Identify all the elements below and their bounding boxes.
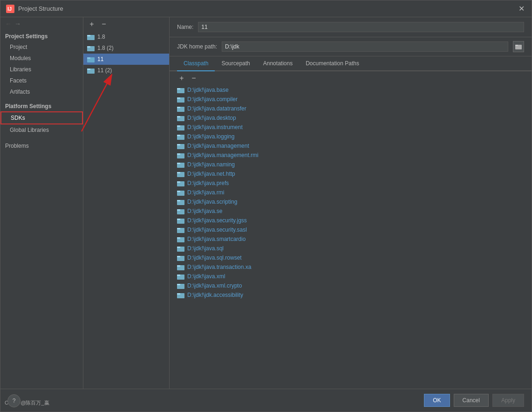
classpath-list-item[interactable]: D:\jdk!\java.se [173,206,528,216]
classpath-list-item[interactable]: D:\jdk!\java.management [173,141,528,151]
close-button[interactable]: ✕ [517,4,526,13]
sidebar-item-facets[interactable]: Facets [0,75,83,86]
sdk-item-11-2[interactable]: 11 (2) [83,65,169,76]
folder-icon [177,115,184,121]
dialog-buttons: CSDN @陈百万_嬴 ? OK Cancel Apply [0,389,532,412]
classpath-item-label: D:\jdk!\java.logging [187,133,234,140]
classpath-list-item[interactable]: D:\jdk!\java.base [173,85,528,95]
classpath-list-item[interactable]: D:\jdk!\jdk.accessibility [173,290,528,300]
forward-arrow[interactable]: → [14,20,21,27]
jdk-home-label: JDK home path: [177,43,217,50]
svg-rect-47 [177,247,180,248]
classpath-list-item[interactable]: D:\jdk!\java.naming [173,160,528,169]
sdk-label: 11 (2) [97,67,112,74]
classpath-list-item[interactable]: D:\jdk!\java.smartcardio [173,234,528,244]
sdk-item-18[interactable]: 1.8 [83,31,169,42]
name-input[interactable] [198,22,524,32]
svg-rect-25 [177,144,180,145]
sdk-list-panel: + − 1.8 1.8 (2) [83,17,170,389]
classpath-list-item[interactable]: D:\jdk!\java.compiler [173,95,528,104]
tab-sourcepath[interactable]: Sourcepath [215,56,256,71]
svg-rect-3 [87,35,90,36]
svg-rect-29 [177,163,180,164]
sidebar: ← → Project Settings Project Modules Lib… [0,17,83,389]
classpath-list-item[interactable]: D:\jdk!\java.desktop [173,113,528,123]
folder-icon [177,171,184,177]
classpath-list-item[interactable]: D:\jdk!\java.security.jgss [173,216,528,225]
classpath-list-item[interactable]: D:\jdk!\java.security.sasl [173,225,528,234]
classpath-list-item[interactable]: D:\jdk!\java.net.http [173,169,528,179]
folder-icon [177,292,184,298]
add-classpath-button[interactable]: + [177,74,186,82]
apply-button[interactable]: Apply [492,394,524,407]
title-bar: IJ Project Structure ✕ [0,0,532,17]
classpath-item-label: D:\jdk!\java.net.http [187,171,235,177]
svg-rect-53 [177,275,180,276]
folder-icon [177,254,184,261]
svg-rect-21 [177,125,180,127]
remove-classpath-button[interactable]: − [189,74,198,82]
classpath-list-item[interactable]: D:\jdk!\java.instrument [173,123,528,132]
sdk-item-18-2[interactable]: 1.8 (2) [83,42,169,54]
classpath-item-label: D:\jdk!\jdk.accessibility [187,292,243,298]
svg-rect-57 [177,293,180,295]
classpath-list-item[interactable]: D:\jdk!\java.xml.crypto [173,281,528,290]
classpath-list-item[interactable]: D:\jdk!\java.management.rmi [173,151,528,160]
tab-classpath[interactable]: Classpath [177,56,215,71]
folder-icon [177,282,184,289]
sidebar-item-problems[interactable]: Problems [0,140,83,151]
browse-folder-button[interactable] [513,41,524,52]
classpath-list-item[interactable]: D:\jdk!\java.prefs [173,179,528,188]
folder-icon [177,199,184,205]
classpath-item-label: D:\jdk!\java.se [187,208,222,214]
add-sdk-button[interactable]: + [87,20,96,28]
classpath-item-label: D:\jdk!\java.management [187,143,249,149]
classpath-item-label: D:\jdk!\java.base [187,87,229,93]
svg-rect-9 [87,69,90,70]
classpath-toolbar: + − [170,71,532,85]
classpath-item-label: D:\jdk!\java.rmi [187,189,224,196]
svg-rect-41 [177,219,180,220]
sdk-toolbar: + − [83,17,169,31]
svg-rect-23 [177,135,180,136]
sidebar-item-sdks[interactable]: SDKs [0,111,83,124]
svg-rect-15 [177,97,180,99]
folder-icon [177,87,184,93]
classpath-list-item[interactable]: D:\jdk!\java.sql [173,244,528,253]
sidebar-item-modules[interactable]: Modules [0,53,83,64]
classpath-list-item[interactable]: D:\jdk!\java.xml [173,272,528,281]
classpath-list-item[interactable]: D:\jdk!\java.sql.rowset [173,253,528,262]
remove-sdk-button[interactable]: − [99,20,109,28]
classpath-list-item[interactable]: D:\jdk!\java.transaction.xa [173,262,528,272]
tab-documentation-paths[interactable]: Documentation Paths [299,56,366,71]
classpath-list-item[interactable]: D:\jdk!\java.rmi [173,188,528,197]
svg-rect-17 [177,107,180,108]
classpath-item-label: D:\jdk!\java.smartcardio [187,236,246,242]
svg-rect-49 [177,256,180,257]
classpath-item-label: D:\jdk!\java.transaction.xa [187,264,251,270]
classpath-item-label: D:\jdk!\java.prefs [187,180,229,186]
help-button[interactable]: ? [7,394,20,407]
tab-annotations[interactable]: Annotations [257,56,299,71]
back-arrow[interactable]: ← [5,20,12,27]
sidebar-item-artifacts[interactable]: Artifacts [0,86,83,97]
classpath-list-item[interactable]: D:\jdk!\java.logging [173,132,528,141]
svg-rect-7 [87,57,90,59]
classpath-list-item[interactable]: D:\jdk!\java.datatransfer [173,104,528,113]
ok-button[interactable]: OK [424,394,450,407]
jdk-home-input[interactable] [222,41,508,52]
classpath-item-label: D:\jdk!\java.security.jgss [187,217,247,224]
folder-icon [177,105,184,112]
classpath-item-label: D:\jdk!\java.naming [187,161,235,168]
classpath-list-item[interactable]: D:\jdk!\java.scripting [173,197,528,206]
sdk-item-11[interactable]: 11 [83,54,169,65]
folder-icon [177,96,184,103]
sidebar-item-libraries[interactable]: Libraries [0,64,83,75]
svg-rect-31 [177,172,180,173]
cancel-button[interactable]: Cancel [454,394,489,407]
svg-rect-35 [177,191,180,192]
sidebar-item-project[interactable]: Project [0,41,83,53]
folder-browse-icon [515,44,522,49]
sidebar-item-global-libraries[interactable]: Global Libraries [0,124,83,136]
folder-icon [87,34,95,40]
